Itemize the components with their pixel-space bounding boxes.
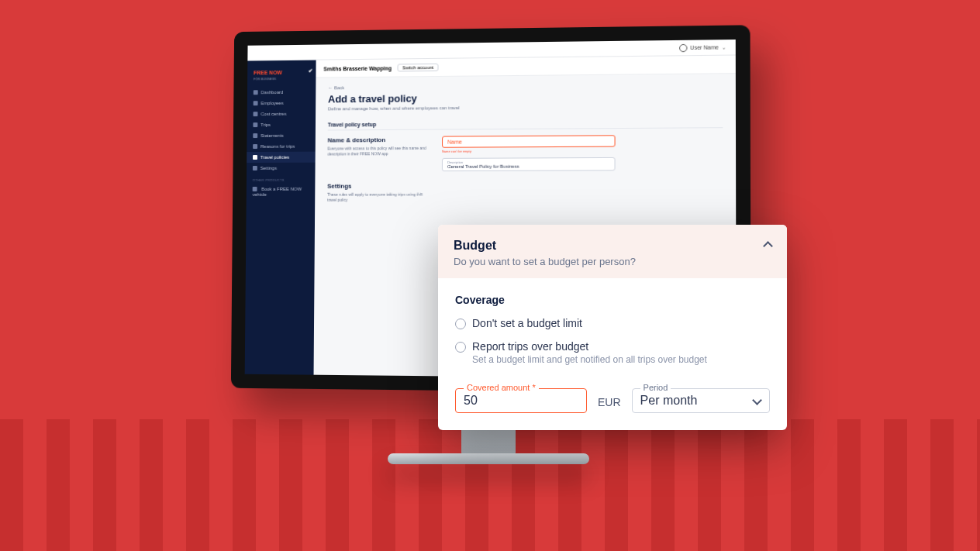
budget-header[interactable]: Budget Do you want to set a budget per p… (438, 225, 787, 278)
sidebar-label: Employees (261, 101, 283, 105)
description-value: General Travel Policy for Business (447, 164, 609, 169)
budget-panel: Budget Do you want to set a budget per p… (438, 225, 787, 430)
sidebar-label: Settings (261, 166, 277, 170)
sidebar-item-statements[interactable]: Statements (247, 130, 316, 142)
radio-icon (455, 319, 466, 329)
travel-policies-icon (253, 155, 257, 160)
placeholder-text: Name (447, 139, 462, 145)
budget-question: Do you want to set a budget per person? (454, 256, 771, 267)
covered-amount-value: 50 (464, 394, 478, 407)
monitor-base (388, 453, 589, 464)
sidebar-label: Statements (261, 133, 284, 138)
sidebar-item-cost-centres[interactable]: Cost centres (247, 108, 316, 120)
avatar-icon (679, 43, 687, 51)
radio-icon (455, 342, 466, 353)
brand-subtitle: FOR BUSINESS (247, 77, 316, 88)
sidebar-item-reasons[interactable]: Reasons for trips (247, 141, 316, 152)
sidebar-item-trips[interactable]: Trips (247, 119, 316, 131)
book-icon (253, 187, 257, 191)
radio-label: Don't set a budget limit (472, 317, 582, 329)
page-title: Add a travel policy (328, 90, 723, 105)
settings-heading: Settings (327, 182, 428, 189)
covered-amount-input[interactable]: Covered amount * 50 (455, 388, 587, 413)
chevron-down-icon (752, 396, 761, 405)
sidebar-item-book-vehicle[interactable]: Book a FREE NOW vehicle (247, 184, 316, 201)
statements-icon (253, 133, 257, 138)
radio-label: Report trips over budget (472, 340, 707, 353)
sidebar-item-employees[interactable]: Employees (247, 98, 316, 109)
sidebar-label: Book a FREE NOW vehicle (253, 187, 302, 197)
name-description-heading: Name & description (328, 136, 428, 144)
switch-account-button[interactable]: Switch account (398, 64, 438, 72)
user-name-label: User Name (690, 44, 719, 50)
back-link[interactable]: ← Back (328, 82, 723, 91)
covered-amount-label: Covered amount * (464, 383, 539, 392)
chevron-down-icon: ⌄ (722, 44, 726, 50)
sidebar-label: Trips (261, 122, 271, 127)
brand-logo: FREE NOW ✔ (247, 65, 316, 77)
employees-icon (254, 101, 258, 105)
policy-description-input[interactable]: Description General Travel Policy for Bu… (442, 157, 616, 171)
sidebar-item-settings[interactable]: Settings (247, 163, 316, 174)
sidebar-item-travel-policies[interactable]: Travel policies (247, 152, 316, 163)
chevron-up-icon[interactable] (762, 239, 773, 250)
cost-centres-icon (254, 112, 258, 116)
radio-no-budget[interactable]: Don't set a budget limit (455, 317, 770, 329)
radio-report-over-budget[interactable]: Report trips over budget Set a budget li… (455, 340, 770, 365)
currency-label: EUR (598, 396, 621, 413)
policy-name-input[interactable]: Name (442, 135, 616, 148)
period-value: Per month (640, 394, 698, 408)
page-subtitle: Define and manage how, when and where em… (328, 103, 723, 111)
section-setup-heading: Travel policy setup (328, 119, 723, 131)
budget-title: Budget (454, 239, 771, 253)
dashboard-icon (254, 90, 258, 95)
name-description-helper: Everyone with access to this policy will… (327, 146, 428, 157)
sidebar-label: Travel policies (261, 155, 289, 160)
reasons-icon (253, 144, 257, 149)
arrow-left-icon: ← (328, 85, 333, 90)
sidebar-label: Dashboard (261, 90, 284, 95)
settings-icon (253, 166, 257, 170)
sidebar: FREE NOW ✔ FOR BUSINESS Dashboard Employ… (245, 60, 316, 375)
sidebar-label: Reasons for trips (261, 144, 295, 149)
sidebar-label: Cost centres (261, 112, 286, 116)
trips-icon (253, 122, 257, 127)
period-select[interactable]: Period Per month (632, 388, 770, 413)
account-name: Smiths Brasserie Wapping (323, 65, 392, 71)
sidebar-item-dashboard[interactable]: Dashboard (247, 87, 316, 98)
settings-helper: These rules will apply to everyone takin… (327, 191, 428, 201)
coverage-heading: Coverage (455, 294, 770, 306)
radio-sub-label: Set a budget limit and get notified on a… (472, 354, 707, 365)
period-label: Period (640, 383, 671, 392)
policy-name-error: Name can't be empty (442, 148, 723, 153)
user-menu[interactable]: User Name ⌄ (679, 43, 726, 52)
back-label: Back (334, 85, 344, 90)
sidebar-section-other: OTHER PRODUCTS (247, 174, 316, 184)
